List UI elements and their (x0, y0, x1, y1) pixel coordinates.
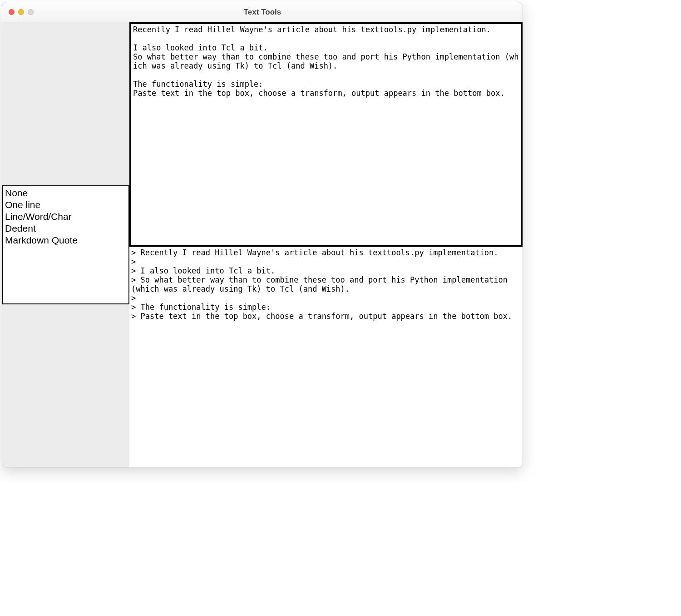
zoom-window-button[interactable] (28, 9, 34, 15)
window-title: Text Tools (2, 8, 523, 17)
transform-option-line-word-char[interactable]: Line/Word/Char (4, 211, 128, 223)
transform-option-markdown-quote[interactable]: Markdown Quote (4, 234, 128, 246)
text-panes: Recently I read Hillel Wayne's article a… (129, 22, 523, 467)
minimize-window-button[interactable] (18, 9, 24, 15)
transform-listbox[interactable]: None One line Line/Word/Char Dedent Mark… (2, 185, 129, 304)
sidebar: None One line Line/Word/Char Dedent Mark… (2, 22, 129, 467)
transform-option-dedent[interactable]: Dedent (4, 223, 128, 234)
content-area: None One line Line/Word/Char Dedent Mark… (2, 22, 523, 467)
input-textarea[interactable]: Recently I read Hillel Wayne's article a… (129, 22, 523, 247)
transform-option-none[interactable]: None (4, 187, 128, 199)
app-window: Text Tools None One line Line/Word/Char … (2, 2, 523, 468)
transform-option-one-line[interactable]: One line (4, 199, 128, 211)
window-controls (9, 9, 34, 15)
output-textarea[interactable]: > Recently I read Hillel Wayne's article… (129, 247, 523, 468)
close-window-button[interactable] (9, 9, 15, 15)
titlebar[interactable]: Text Tools (2, 2, 523, 22)
